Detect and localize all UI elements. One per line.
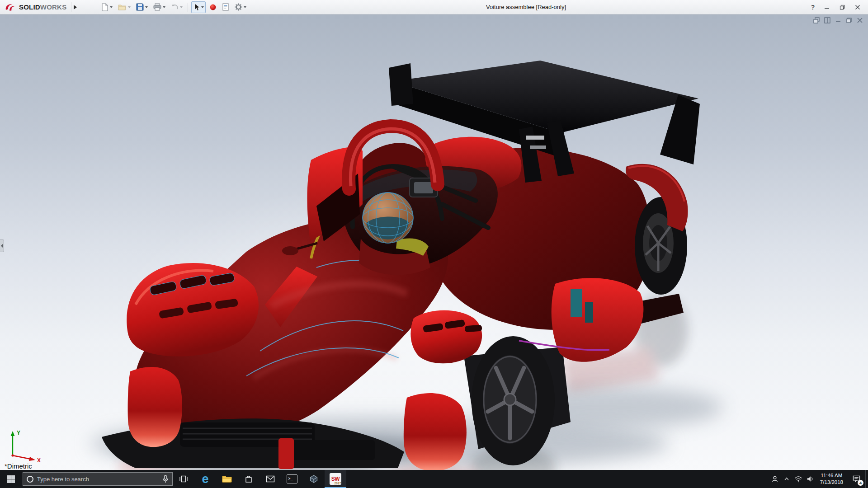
microphone-icon[interactable] <box>162 475 169 483</box>
task-view-button[interactable] <box>173 470 194 488</box>
file-explorer-icon <box>222 475 232 483</box>
close-pane-icon[interactable] <box>856 17 863 24</box>
taskbar: e >_ <box>0 470 868 488</box>
volume-button[interactable] <box>804 470 816 488</box>
taskbar-clock[interactable]: 11:46 AM 7/13/2018 <box>816 472 847 486</box>
side-mirror <box>282 246 298 255</box>
command-prompt-icon: >_ <box>287 474 297 483</box>
front-right-fender <box>410 310 482 363</box>
print-button[interactable] <box>151 1 167 13</box>
solidworks-logo-icon <box>5 3 17 12</box>
window-controls: ? <box>807 0 865 14</box>
taskbar-search[interactable] <box>23 472 173 486</box>
tile-windows-icon[interactable] <box>824 17 831 24</box>
solidworks-taskbar-button[interactable]: SW 2017 <box>325 470 346 488</box>
command-prompt-button[interactable]: >_ <box>281 470 303 488</box>
brand-name: SOLIDWORKS <box>19 3 66 11</box>
chevron-up-icon <box>783 475 790 483</box>
view-orientation-label: *Dimetric <box>5 462 32 470</box>
collapse-arrow-icon <box>1 244 3 248</box>
select-tool-button[interactable] <box>191 1 206 13</box>
clock-time: 11:46 AM <box>821 472 843 479</box>
network-button[interactable] <box>793 470 804 488</box>
triad-x-label: X <box>37 457 41 463</box>
action-center-button[interactable]: 4 <box>847 470 865 488</box>
new-document-icon <box>101 3 108 11</box>
undo-button[interactable] <box>169 1 184 13</box>
quick-access-toolbar <box>98 1 249 13</box>
front-wheel <box>472 336 555 465</box>
start-button[interactable] <box>0 470 22 488</box>
mail-button[interactable] <box>259 470 281 488</box>
edge-icon: e <box>202 473 208 485</box>
feature-tree-collapse-tab[interactable] <box>0 239 4 252</box>
solidworks-window: SOLIDWORKS <box>0 0 868 488</box>
edge-browser-button[interactable]: e <box>194 470 216 488</box>
expand-arrow-icon <box>74 5 77 9</box>
store-button[interactable] <box>238 470 259 488</box>
minimize-icon <box>824 5 830 10</box>
wifi-icon <box>794 475 802 483</box>
undo-icon <box>171 4 179 11</box>
minimize-button[interactable] <box>819 0 835 14</box>
cortana-icon <box>27 476 33 483</box>
titlebar: SOLIDWORKS <box>0 0 868 14</box>
dropdown-caret-icon <box>128 6 131 8</box>
close-icon <box>855 5 860 10</box>
dropdown-caret-icon <box>110 6 113 8</box>
solidworks-logo: SOLIDWORKS <box>0 3 66 12</box>
print-icon <box>153 3 161 11</box>
edrawings-button[interactable] <box>303 470 325 488</box>
minimize-pane-icon[interactable] <box>835 17 842 24</box>
restore-pane-icon[interactable] <box>845 17 853 24</box>
clock-date: 7/13/2018 <box>820 479 843 486</box>
cube-viewer-icon <box>309 474 318 483</box>
triad-y-label: Y <box>17 430 20 436</box>
3d-scene-canvas[interactable] <box>0 14 868 470</box>
search-input[interactable] <box>37 476 162 483</box>
file-explorer-button[interactable] <box>216 470 238 488</box>
dropdown-caret-icon <box>180 6 183 8</box>
new-document-button[interactable] <box>99 1 114 13</box>
tray-overflow-button[interactable] <box>781 470 793 488</box>
dropdown-caret-icon <box>145 6 148 8</box>
system-tray: 11:46 AM 7/13/2018 4 <box>769 470 868 488</box>
menu-expand-button[interactable] <box>71 2 79 12</box>
restore-icon <box>840 5 845 10</box>
orientation-triad: Y X <box>5 427 44 463</box>
dropdown-caret-icon <box>244 6 246 8</box>
appearance-sphere-icon <box>209 4 217 11</box>
task-view-icon <box>179 474 188 483</box>
people-icon <box>771 475 779 483</box>
store-bag-icon <box>244 474 253 483</box>
gear-icon <box>235 3 242 11</box>
solidworks-app-icon: SW 2017 <box>330 473 341 485</box>
show-desktop-button[interactable] <box>865 470 868 488</box>
cascade-windows-icon[interactable] <box>813 17 820 24</box>
graphics-viewport[interactable]: Y X *Dimetric <box>0 14 868 470</box>
sheet-icon <box>222 3 229 11</box>
save-button[interactable] <box>134 1 150 13</box>
notification-badge: 4 <box>858 480 863 486</box>
windows-logo-icon <box>7 475 15 483</box>
help-button[interactable]: ? <box>807 0 819 14</box>
viewport-pane-controls <box>813 17 863 24</box>
people-button[interactable] <box>769 470 781 488</box>
mail-icon <box>266 475 275 483</box>
select-cursor-icon <box>193 3 200 11</box>
save-icon <box>136 3 144 11</box>
options-button[interactable] <box>233 1 248 13</box>
restore-button[interactable] <box>835 0 850 14</box>
toolbar-separator <box>188 3 188 12</box>
dropdown-caret-icon <box>163 6 165 8</box>
drawing-sheet-button[interactable] <box>220 1 231 13</box>
open-folder-icon <box>118 4 127 11</box>
open-document-button[interactable] <box>116 1 132 13</box>
appearance-button[interactable] <box>208 1 218 13</box>
dropdown-caret-icon <box>201 6 204 8</box>
speaker-icon <box>806 475 814 483</box>
close-button[interactable] <box>850 0 865 14</box>
window-title: Voiture assemblee [Read-only] <box>486 4 566 10</box>
